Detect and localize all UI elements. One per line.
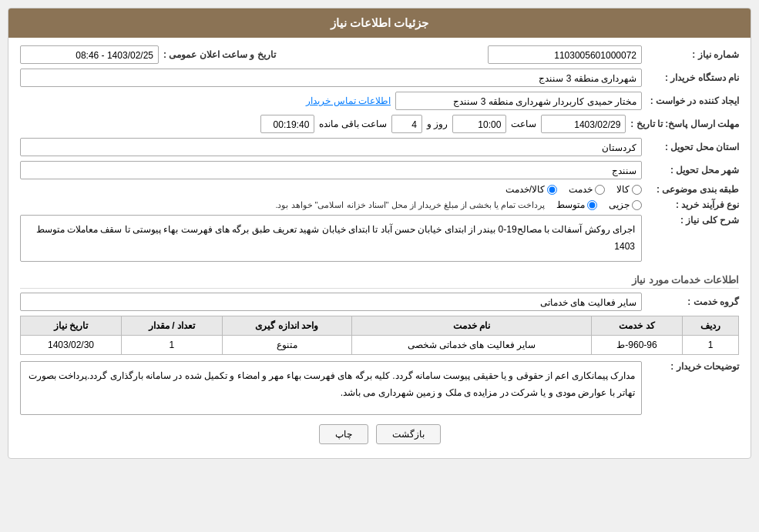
contact-link[interactable]: اطلاعات تماس خریدار xyxy=(306,95,391,106)
category-khedmat-option[interactable]: خدمت xyxy=(569,184,605,195)
category-kala-option[interactable]: کالا xyxy=(616,184,642,195)
remaining-time: 00:19:40 xyxy=(260,115,314,133)
date-label: تاریخ و ساعت اعلان عمومی : xyxy=(163,49,276,60)
deadline-date: 1403/02/29 xyxy=(541,115,626,133)
col-header-unit: واحد اندازه گیری xyxy=(222,316,351,336)
process-motavasset-radio[interactable] xyxy=(587,200,597,210)
services-table: ردیف کد خدمت نام خدمت واحد اندازه گیری ت… xyxy=(20,316,739,355)
table-row: 1 960-96-ط سایر فعالیت های خدماتی شخصی م… xyxy=(21,336,739,355)
province-label: استان محل تحویل : xyxy=(646,142,739,152)
remaining-label: ساعت باقی مانده xyxy=(319,119,387,129)
category-kala-khedmat-radio[interactable] xyxy=(547,185,557,195)
col-header-quantity: تعداد / مقدار xyxy=(122,316,223,336)
services-section-title: اطلاعات خدمات مورد نیاز xyxy=(20,274,739,289)
page-title: جزئیات اطلاعات نیاز xyxy=(8,8,751,38)
service-group-label: گروه خدمت : xyxy=(646,296,739,307)
cell-code: 960-96-ط xyxy=(592,336,683,355)
notes-value: مدارک پیمانکاری اعم از حقوقی و یا حقیقی … xyxy=(20,361,642,415)
cell-unit: متنوع xyxy=(222,336,351,355)
cell-date: 1403/02/30 xyxy=(21,336,122,355)
process-jozvi-radio[interactable] xyxy=(632,200,642,210)
cell-quantity: 1 xyxy=(122,336,223,355)
need-number-value: 1103005601000072 xyxy=(488,45,642,64)
description-label: شرح کلی نیاز : xyxy=(646,215,739,226)
cell-name: سایر فعالیت های خدماتی شخصی xyxy=(351,336,592,355)
creator-value: مختار حمیدی کاربردار شهرداری منطقه 3 سنن… xyxy=(395,92,642,110)
deadline-time: 10:00 xyxy=(452,115,506,133)
city-label: شهر محل تحویل : xyxy=(646,165,739,176)
category-label: طبقه بندی موضوعی : xyxy=(646,184,739,195)
category-kala-label: کالا xyxy=(616,184,630,195)
city-value: سنندج xyxy=(20,161,642,179)
creator-label: ایجاد کننده در خواست : xyxy=(646,95,739,106)
service-group-value: سایر فعالیت های خدماتی xyxy=(20,293,642,311)
notes-label: توضیحات خریدار : xyxy=(646,361,739,372)
col-header-code: کد خدمت xyxy=(592,316,683,336)
process-label: نوع فرآیند خرید : xyxy=(646,199,739,210)
col-header-name: نام خدمت xyxy=(351,316,592,336)
org-name-label: نام دستگاه خریدار : xyxy=(646,72,739,83)
back-button[interactable]: بازگشت xyxy=(376,424,441,444)
province-value: کردستان xyxy=(20,138,642,156)
category-khedmat-label: خدمت xyxy=(569,184,593,195)
category-khedmat-radio[interactable] xyxy=(595,185,605,195)
date-value: 1403/02/25 - 08:46 xyxy=(20,45,159,64)
deadline-label: مهلت ارسال پاسخ: تا تاریخ : xyxy=(630,119,739,129)
col-header-date: تاریخ نیاز xyxy=(21,316,122,336)
category-kala-khedmat-option[interactable]: کالا/خدمت xyxy=(505,184,557,195)
col-header-row: ردیف xyxy=(682,316,738,336)
deadline-days: 4 xyxy=(391,115,422,133)
description-value: اجرای روکش آسفالت با مصالح19-0 بیندر از … xyxy=(20,215,642,262)
need-number-label: شماره نیاز : xyxy=(646,49,739,60)
deadline-time-label: ساعت xyxy=(511,119,536,129)
process-motavasset-label: متوسط xyxy=(556,199,585,210)
org-name-value: شهرداری منطقه 3 سنندج xyxy=(20,69,642,87)
print-button[interactable]: چاپ xyxy=(319,424,368,444)
process-motavasset-option[interactable]: متوسط xyxy=(556,199,597,210)
cell-row: 1 xyxy=(682,336,738,355)
process-jozvi-label: جزیی xyxy=(609,199,630,210)
process-jozvi-option[interactable]: جزیی xyxy=(609,199,642,210)
deadline-days-label: روز و xyxy=(427,119,448,129)
process-note: پرداخت تمام یا بخشی از مبلغ خریدار از مح… xyxy=(275,200,545,210)
category-kala-radio[interactable] xyxy=(632,185,642,195)
category-kala-khedmat-label: کالا/خدمت xyxy=(505,184,545,195)
